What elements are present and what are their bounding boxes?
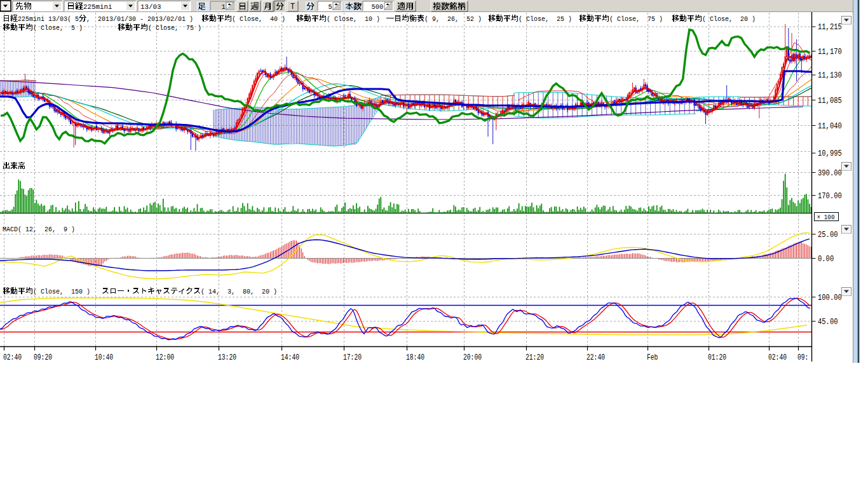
svg-text:× 100: × 100 bbox=[817, 214, 835, 221]
svg-text:02:40: 02:40 bbox=[768, 353, 787, 362]
svg-text:18:40: 18:40 bbox=[406, 353, 424, 362]
svg-text:11,130: 11,130 bbox=[818, 71, 842, 80]
svg-text:( Close, 150 ): ( Close, 150 ) bbox=[33, 288, 90, 295]
svg-text:5: 5 bbox=[329, 3, 332, 11]
svg-text:11,040: 11,040 bbox=[818, 122, 842, 131]
svg-text:10:40: 10:40 bbox=[95, 353, 113, 362]
svg-text:( Close, 75 ): ( Close, 75 ) bbox=[609, 15, 663, 23]
svg-text:12:00: 12:00 bbox=[156, 353, 174, 362]
svg-text:45.00: 45.00 bbox=[818, 318, 838, 327]
svg-text:09:: 09: bbox=[797, 353, 808, 362]
svg-text:( Close, 20 ): ( Close, 20 ) bbox=[702, 15, 756, 23]
svg-text:225mini: 225mini bbox=[83, 3, 112, 11]
svg-text:MACD( 12, 26, 9 ): MACD( 12, 26, 9 ) bbox=[3, 226, 75, 233]
svg-text:225mini 13/03( 5: 225mini 13/03( 5 bbox=[18, 15, 79, 23]
svg-text:( Close, 25 ): ( Close, 25 ) bbox=[519, 15, 572, 23]
svg-text:( 9, 26, 52 ): ( 9, 26, 52 ) bbox=[424, 15, 482, 23]
svg-text:170.00: 170.00 bbox=[818, 192, 842, 201]
svg-text:1: 1 bbox=[222, 3, 226, 11]
svg-text:100.00: 100.00 bbox=[818, 294, 842, 302]
svg-text:11,215: 11,215 bbox=[818, 23, 842, 32]
svg-text:02:40: 02:40 bbox=[3, 353, 22, 362]
svg-text:09:20: 09:20 bbox=[34, 353, 52, 362]
svg-text:( Close, 5 ): ( Close, 5 ) bbox=[33, 24, 83, 32]
svg-text:500: 500 bbox=[372, 3, 384, 11]
svg-text:25.00: 25.00 bbox=[818, 231, 838, 240]
svg-text:Feb: Feb bbox=[647, 353, 658, 362]
svg-text:20:00: 20:00 bbox=[463, 353, 482, 362]
svg-text:390.00: 390.00 bbox=[818, 169, 842, 178]
svg-text:0.00: 0.00 bbox=[818, 255, 834, 264]
svg-text:( Close, 40 ): ( Close, 40 ) bbox=[232, 15, 285, 23]
svg-text:13:20: 13:20 bbox=[218, 353, 236, 362]
svg-text:( 14, 3, 80, 20 ): ( 14, 3, 80, 20 ) bbox=[201, 288, 277, 295]
svg-text:T: T bbox=[290, 3, 295, 11]
svg-text:11,085: 11,085 bbox=[818, 97, 842, 105]
svg-text:10,995: 10,995 bbox=[818, 149, 842, 158]
svg-text:( Close, 75 ): ( Close, 75 ) bbox=[148, 24, 201, 32]
svg-text:, 2013/01/30 - 2013/02/01 ): , 2013/01/30 - 2013/02/01 ) bbox=[86, 15, 193, 23]
svg-text:01:20: 01:20 bbox=[708, 353, 726, 362]
svg-text:13/03: 13/03 bbox=[140, 3, 161, 11]
svg-text:22:40: 22:40 bbox=[587, 353, 605, 362]
svg-text:14:40: 14:40 bbox=[281, 353, 299, 362]
svg-text:17:20: 17:20 bbox=[343, 353, 362, 362]
svg-text:( Close, 10 ): ( Close, 10 ) bbox=[327, 15, 380, 23]
svg-text:21:20: 21:20 bbox=[526, 353, 544, 362]
svg-text:11,170: 11,170 bbox=[818, 48, 842, 57]
